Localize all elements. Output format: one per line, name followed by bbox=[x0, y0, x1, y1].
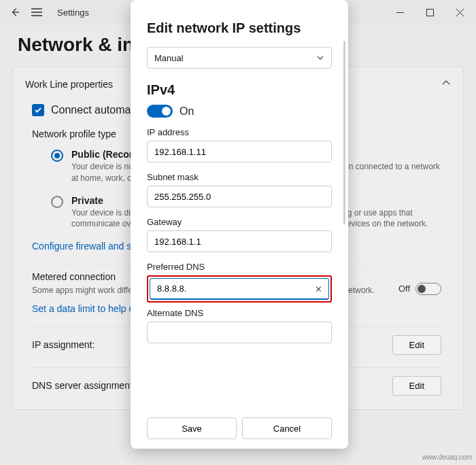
alternate-dns-label: Alternate DNS bbox=[147, 308, 332, 318]
ip-address-label: IP address bbox=[147, 127, 332, 137]
ipv4-on-label: On bbox=[180, 105, 194, 118]
watermark: www.deuaq.com bbox=[422, 453, 472, 461]
mode-select[interactable]: Manual bbox=[147, 47, 332, 69]
mode-value: Manual bbox=[154, 53, 184, 63]
alternate-dns-input[interactable] bbox=[147, 322, 332, 343]
ip-address-input[interactable] bbox=[147, 141, 332, 162]
preferred-dns-label: Preferred DNS bbox=[147, 262, 332, 272]
save-button[interactable]: Save bbox=[147, 417, 237, 439]
chevron-down-icon bbox=[316, 54, 324, 62]
ipv4-heading: IPv4 bbox=[147, 82, 332, 98]
gateway-input[interactable] bbox=[147, 230, 332, 252]
preferred-dns-highlight: ✕ bbox=[147, 275, 332, 303]
edit-ip-modal: Edit network IP settings Manual IPv4 On … bbox=[131, 0, 348, 449]
scrollbar[interactable] bbox=[343, 41, 345, 224]
subnet-input[interactable] bbox=[147, 186, 332, 207]
modal-title: Edit network IP settings bbox=[147, 20, 332, 36]
preferred-dns-input[interactable] bbox=[150, 278, 329, 300]
cancel-button[interactable]: Cancel bbox=[242, 417, 332, 439]
ipv4-toggle[interactable] bbox=[147, 105, 173, 118]
clear-icon[interactable]: ✕ bbox=[315, 284, 322, 294]
subnet-label: Subnet mask bbox=[147, 172, 332, 182]
gateway-label: Gateway bbox=[147, 217, 332, 227]
